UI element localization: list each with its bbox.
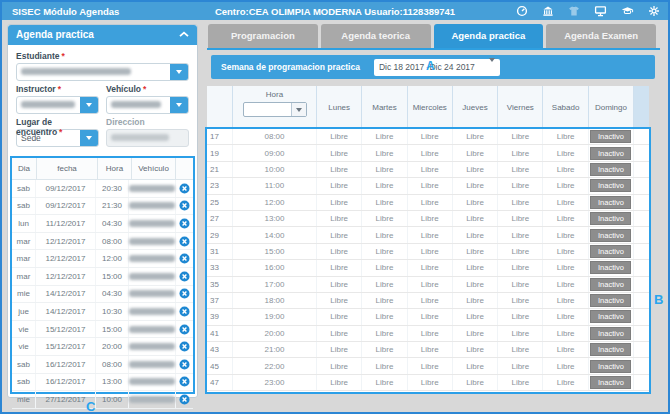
free-slot-cell[interactable]: Libre bbox=[317, 293, 362, 308]
free-slot-cell[interactable]: Libre bbox=[408, 375, 453, 390]
free-slot-cell[interactable]: Libre bbox=[317, 195, 362, 210]
inactive-slot-button[interactable]: Inactivo bbox=[590, 163, 631, 176]
free-slot-cell[interactable]: Libre bbox=[362, 211, 407, 226]
free-slot-cell[interactable]: Libre bbox=[362, 358, 407, 373]
free-slot-cell[interactable]: Libre bbox=[498, 227, 543, 242]
free-slot-cell[interactable]: Libre bbox=[453, 358, 498, 373]
free-slot-cell[interactable]: Libre bbox=[317, 358, 362, 373]
free-slot-cell[interactable]: Libre bbox=[543, 211, 588, 226]
free-slot-cell[interactable]: Libre bbox=[453, 293, 498, 308]
free-slot-cell[interactable]: Libre bbox=[317, 375, 362, 390]
chevron-down-icon[interactable] bbox=[80, 130, 98, 146]
inactive-slot-button[interactable]: Inactivo bbox=[590, 310, 631, 323]
inactive-slot-button[interactable]: Inactivo bbox=[590, 327, 631, 340]
free-slot-cell[interactable]: Libre bbox=[453, 195, 498, 210]
inactive-slot-button[interactable]: Inactivo bbox=[590, 245, 631, 258]
free-slot-cell[interactable]: Libre bbox=[317, 162, 362, 177]
free-slot-cell[interactable]: Libre bbox=[317, 227, 362, 242]
free-slot-cell[interactable]: Libre bbox=[498, 277, 543, 292]
free-slot-cell[interactable]: Libre bbox=[408, 309, 453, 324]
delete-booking-button[interactable] bbox=[176, 286, 193, 303]
free-slot-cell[interactable]: Libre bbox=[317, 129, 362, 144]
free-slot-cell[interactable]: Libre bbox=[317, 326, 362, 341]
free-slot-cell[interactable]: Libre bbox=[543, 145, 588, 160]
free-slot-cell[interactable]: Libre bbox=[453, 326, 498, 341]
free-slot-cell[interactable]: Libre bbox=[543, 358, 588, 373]
free-slot-cell[interactable]: Libre bbox=[408, 244, 453, 259]
instructor-select[interactable] bbox=[16, 96, 99, 114]
free-slot-cell[interactable]: Libre bbox=[543, 375, 588, 390]
free-slot-cell[interactable]: Libre bbox=[362, 129, 407, 144]
inactive-slot-button[interactable]: Inactivo bbox=[590, 376, 631, 389]
free-slot-cell[interactable]: Libre bbox=[498, 178, 543, 193]
free-slot-cell[interactable]: Libre bbox=[543, 326, 588, 341]
free-slot-cell[interactable]: Libre bbox=[317, 342, 362, 357]
chevron-down-icon[interactable] bbox=[170, 97, 188, 113]
free-slot-cell[interactable]: Libre bbox=[498, 309, 543, 324]
tab-agenda-practica[interactable]: Agenda practica bbox=[434, 24, 544, 48]
free-slot-cell[interactable]: Libre bbox=[362, 375, 407, 390]
free-slot-cell[interactable]: Libre bbox=[408, 211, 453, 226]
free-slot-cell[interactable]: Libre bbox=[408, 342, 453, 357]
graduation-cap-icon[interactable] bbox=[621, 5, 634, 17]
inactive-slot-button[interactable]: Inactivo bbox=[590, 294, 631, 307]
free-slot-cell[interactable]: Libre bbox=[453, 375, 498, 390]
free-slot-cell[interactable]: Libre bbox=[317, 309, 362, 324]
chevron-down-icon[interactable] bbox=[489, 62, 495, 72]
shirt-icon[interactable] bbox=[568, 5, 580, 17]
inactive-slot-button[interactable]: Inactivo bbox=[590, 196, 631, 209]
free-slot-cell[interactable]: Libre bbox=[408, 145, 453, 160]
free-slot-cell[interactable]: Libre bbox=[543, 293, 588, 308]
inactive-slot-button[interactable]: Inactivo bbox=[590, 343, 631, 356]
free-slot-cell[interactable]: Libre bbox=[453, 145, 498, 160]
inactive-slot-button[interactable]: Inactivo bbox=[590, 360, 631, 373]
delete-booking-button[interactable] bbox=[176, 180, 193, 197]
free-slot-cell[interactable]: Libre bbox=[453, 211, 498, 226]
bank-icon[interactable] bbox=[542, 5, 554, 17]
delete-booking-button[interactable] bbox=[176, 250, 193, 267]
free-slot-cell[interactable]: Libre bbox=[543, 277, 588, 292]
free-slot-cell[interactable]: Libre bbox=[362, 309, 407, 324]
free-slot-cell[interactable]: Libre bbox=[498, 195, 543, 210]
free-slot-cell[interactable]: Libre bbox=[543, 195, 588, 210]
free-slot-cell[interactable]: Libre bbox=[362, 195, 407, 210]
free-slot-cell[interactable]: Libre bbox=[362, 260, 407, 275]
free-slot-cell[interactable]: Libre bbox=[453, 227, 498, 242]
free-slot-cell[interactable]: Libre bbox=[543, 244, 588, 259]
dashboard-icon[interactable] bbox=[516, 5, 528, 17]
free-slot-cell[interactable]: Libre bbox=[362, 162, 407, 177]
free-slot-cell[interactable]: Libre bbox=[317, 178, 362, 193]
chevron-down-icon[interactable] bbox=[170, 64, 188, 80]
vehiculo-select[interactable] bbox=[106, 96, 189, 114]
delete-booking-button[interactable] bbox=[176, 321, 193, 338]
tab-agenda-examen[interactable]: Agenda Examen bbox=[546, 24, 656, 48]
free-slot-cell[interactable]: Libre bbox=[408, 178, 453, 193]
free-slot-cell[interactable]: Libre bbox=[317, 145, 362, 160]
free-slot-cell[interactable]: Libre bbox=[498, 326, 543, 341]
free-slot-cell[interactable]: Libre bbox=[408, 227, 453, 242]
inactive-slot-button[interactable]: Inactivo bbox=[590, 212, 631, 225]
inactive-slot-button[interactable]: Inactivo bbox=[590, 147, 631, 160]
tab-agenda-teorica[interactable]: Agenda teorica bbox=[321, 24, 431, 48]
free-slot-cell[interactable]: Libre bbox=[453, 342, 498, 357]
free-slot-cell[interactable]: Libre bbox=[453, 178, 498, 193]
free-slot-cell[interactable]: Libre bbox=[498, 211, 543, 226]
free-slot-cell[interactable]: Libre bbox=[317, 244, 362, 259]
free-slot-cell[interactable]: Libre bbox=[453, 129, 498, 144]
delete-booking-button[interactable] bbox=[176, 198, 193, 215]
free-slot-cell[interactable]: Libre bbox=[408, 358, 453, 373]
inactive-slot-button[interactable]: Inactivo bbox=[590, 130, 631, 143]
free-slot-cell[interactable]: Libre bbox=[362, 145, 407, 160]
free-slot-cell[interactable]: Libre bbox=[453, 162, 498, 177]
free-slot-cell[interactable]: Libre bbox=[317, 260, 362, 275]
free-slot-cell[interactable]: Libre bbox=[453, 260, 498, 275]
free-slot-cell[interactable]: Libre bbox=[362, 326, 407, 341]
gear-icon[interactable] bbox=[648, 5, 660, 17]
free-slot-cell[interactable]: Libre bbox=[408, 162, 453, 177]
sidebar-header[interactable]: Agenda practica bbox=[8, 25, 197, 45]
free-slot-cell[interactable]: Libre bbox=[543, 260, 588, 275]
chevron-down-icon[interactable] bbox=[80, 97, 98, 113]
free-slot-cell[interactable]: Libre bbox=[543, 129, 588, 144]
inactive-slot-button[interactable]: Inactivo bbox=[590, 278, 631, 291]
delete-booking-button[interactable] bbox=[176, 215, 193, 232]
